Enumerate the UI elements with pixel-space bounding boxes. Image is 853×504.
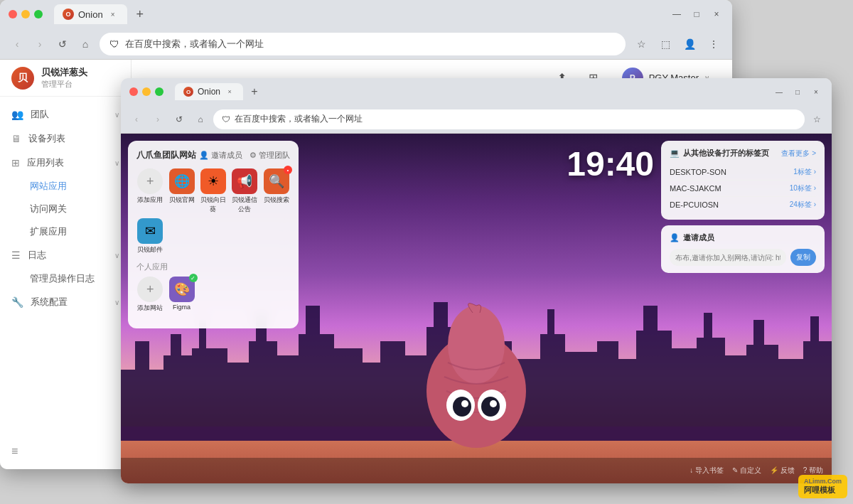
watermark-text: 阿哩模板: [804, 485, 842, 495]
app-icon-wrap-beizui[interactable]: 🌐 贝锐官网: [168, 168, 195, 214]
outer-tab-title: Onion: [78, 9, 103, 20]
forward-button[interactable]: ›: [31, 36, 48, 53]
minimize-traffic-light[interactable]: [21, 10, 30, 18]
devices-card-header: 💻 从其他设备打开的标签页 查看更多 >: [670, 148, 816, 159]
chevron-icon-logs: ∨: [114, 252, 119, 259]
security-icon: 🛡: [109, 38, 119, 50]
sidebar-item-web-apps[interactable]: 网站应用: [0, 175, 131, 198]
import-bookmarks-button[interactable]: ↓ 导入书签: [690, 466, 724, 476]
svg-rect-11: [306, 306, 320, 334]
invite-members-link[interactable]: 👤 邀请成员: [199, 150, 242, 161]
inner-close-button[interactable]: ×: [809, 85, 823, 99]
menu-button[interactable]: ⋮: [704, 34, 724, 54]
svg-rect-1: [135, 341, 149, 370]
management-panel: 贝 贝锐洋葱头 管理平台 👥 团队 ∨ 🖥 设备列表: [0, 60, 132, 469]
brand-title: 贝锐洋葱头: [41, 66, 87, 79]
sidebar-item-apps[interactable]: ⊞ 应用列表 ∨: [0, 151, 131, 175]
outer-address-input[interactable]: 🛡 在百度中搜索，或者输入一个网址: [100, 33, 626, 55]
bookmark-button[interactable]: ☆: [631, 34, 651, 54]
profile-button[interactable]: 👤: [680, 34, 699, 54]
home-button[interactable]: ⌂: [77, 36, 94, 53]
inner-new-tab-button[interactable]: +: [246, 83, 263, 100]
invite-card-title: 👤 邀请成员: [670, 232, 714, 243]
inner-minimize-button[interactable]: —: [772, 85, 786, 99]
outer-tab-close[interactable]: ×: [107, 9, 119, 20]
inner-tab-close[interactable]: ×: [225, 87, 235, 97]
customize-button[interactable]: ✎ 自定义: [732, 466, 761, 476]
help-button[interactable]: ? 帮助: [803, 466, 823, 476]
right-panel: 💻 从其他设备打开的标签页 查看更多 > DESKTOP-SON 1标签 › M…: [661, 141, 825, 273]
app-icon-sousu: 🔍 •: [264, 168, 289, 194]
add-app-icon: +: [137, 168, 163, 194]
inner-close-light[interactable]: [129, 87, 138, 96]
add-app-label: 添加应用: [137, 195, 163, 205]
outer-tab-active[interactable]: O Onion ×: [54, 4, 127, 24]
inner-back-button[interactable]: ‹: [128, 111, 145, 128]
inner-home-button[interactable]: ⌂: [192, 111, 209, 128]
inner-restore-button[interactable]: □: [790, 85, 805, 99]
svg-rect-32: [746, 345, 778, 441]
manage-team-link[interactable]: ⚙ 管理团队: [250, 150, 290, 161]
management-title: 贝锐洋葱头 管理平台: [41, 66, 87, 90]
inner-forward-button[interactable]: ›: [149, 111, 166, 128]
chevron-icon-team: ∨: [114, 111, 119, 119]
refresh-button[interactable]: ↺: [54, 36, 71, 53]
invite-card: 👤 邀请成员 复制: [661, 225, 825, 273]
device-item-0[interactable]: DESKTOP-SON 1标签 ›: [670, 164, 816, 181]
device-item-1[interactable]: MAC-SJAKCM 10标签 ›: [670, 181, 816, 197]
minimize-button[interactable]: —: [670, 7, 684, 21]
sidebar-item-gateway[interactable]: 访问网关: [0, 198, 131, 220]
outer-tab-favicon: O: [63, 9, 74, 20]
app-icon-xrk: ☀: [200, 168, 226, 194]
sidebar-item-team[interactable]: 👥 团队 ∨: [0, 102, 131, 127]
svg-rect-30: [704, 313, 712, 338]
sidebar-item-devices[interactable]: 🖥 设备列表: [0, 127, 131, 151]
app-icon-wrap-sousu[interactable]: 🔍 • 贝锐搜索: [263, 168, 290, 214]
collapse-icon[interactable]: ≡: [11, 445, 18, 458]
back-button[interactable]: ‹: [9, 36, 26, 53]
sidebar-item-logs[interactable]: ☰ 日志 ∨: [0, 243, 131, 267]
sidebar-item-admin-log[interactable]: 管理员操作日志: [0, 267, 131, 290]
inner-refresh-button[interactable]: ↺: [171, 111, 188, 128]
outer-new-tab-button[interactable]: +: [130, 4, 150, 24]
watermark: ALimm.Com 阿哩模板: [798, 475, 847, 498]
devices-icon: 💻: [670, 149, 680, 158]
inner-tab-active[interactable]: O Onion ×: [175, 83, 243, 100]
copy-invite-button[interactable]: 复制: [790, 249, 816, 266]
inner-bookmark-button[interactable]: ☆: [809, 112, 825, 127]
app-icon-wrap-xrk[interactable]: ☀ 贝锐向日葵: [200, 168, 227, 214]
app-icon-wrap-email[interactable]: ✉ 贝锐邮件: [136, 218, 163, 254]
sidebar-label-web-apps: 网站应用: [30, 180, 67, 193]
outer-title-bar: O Onion × + — □ ×: [0, 0, 732, 28]
inner-max-light[interactable]: [155, 87, 163, 96]
see-more-link[interactable]: 查看更多 >: [781, 149, 816, 159]
sidebar-item-sys-config[interactable]: 🔧 系统配置 ∨: [0, 290, 131, 314]
feedback-button[interactable]: ⚡ 反馈: [770, 466, 795, 476]
svg-point-45: [490, 400, 497, 407]
app-panel-header: 八爪鱼团队网站 👤 邀请成员 ⚙ 管理团队: [136, 149, 290, 161]
inner-min-light[interactable]: [142, 87, 151, 96]
svg-rect-7: [249, 341, 277, 441]
invite-input[interactable]: [670, 249, 786, 266]
app-icon-wrap-figma[interactable]: 🎨 ✓ Figma: [168, 277, 195, 313]
svg-rect-3: [171, 334, 181, 355]
app-panel-title: 八爪鱼团队网站: [136, 149, 196, 161]
maximize-traffic-light[interactable]: [34, 10, 43, 18]
device-item-2[interactable]: DE-PCUIOSN 24标签 ›: [670, 197, 816, 213]
extensions-button[interactable]: ⬚: [655, 34, 675, 54]
inner-address-input[interactable]: 🛡 在百度中搜索，或者输入一个网址: [213, 109, 805, 129]
app-icon-gg: 📢: [232, 168, 257, 194]
device-name-0: DESKTOP-SON: [670, 168, 726, 176]
address-text: 在百度中搜索，或者输入一个网址: [125, 38, 264, 50]
sidebar-item-ext-apps[interactable]: 扩展应用: [0, 220, 131, 243]
add-website-button[interactable]: + 添加网站: [136, 277, 163, 313]
inner-traffic-lights: [129, 87, 163, 96]
close-traffic-light[interactable]: [9, 10, 17, 18]
add-app-button[interactable]: + 添加应用: [136, 168, 163, 214]
close-button[interactable]: ×: [709, 7, 724, 21]
management-sidebar: 👥 团队 ∨ 🖥 设备列表 ⊞ 应用列表 ∨: [0, 97, 131, 320]
app-icon-wrap-gg[interactable]: 📢 贝锐通信公告: [231, 168, 258, 214]
restore-button[interactable]: □: [690, 7, 704, 21]
app-label-xrk: 贝锐向日葵: [200, 195, 227, 214]
app-icon-beizui: 🌐: [169, 168, 195, 194]
